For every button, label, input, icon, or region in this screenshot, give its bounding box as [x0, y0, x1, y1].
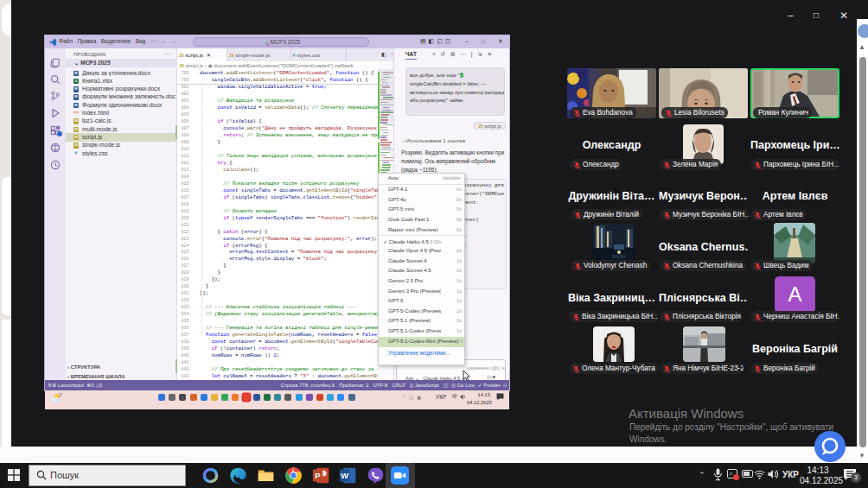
svg-text:P: P — [315, 471, 321, 480]
svg-text:W: W — [341, 471, 349, 480]
